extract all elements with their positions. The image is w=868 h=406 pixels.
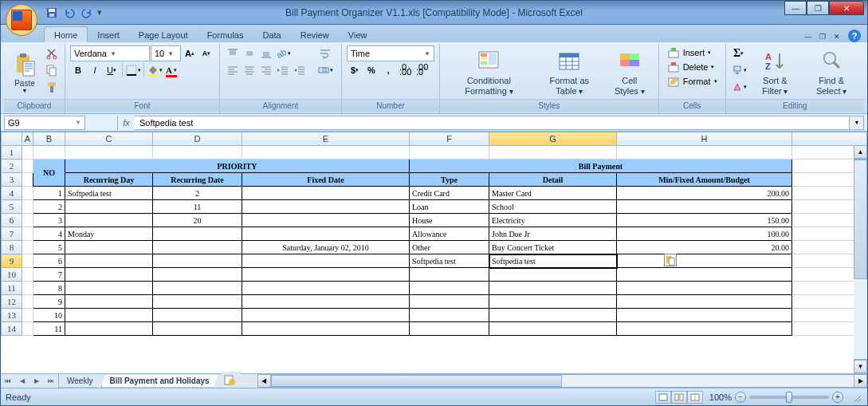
cut-button[interactable] [44, 45, 60, 61]
italic-button[interactable]: I [87, 62, 103, 78]
tab-view[interactable]: View [339, 27, 377, 42]
merge-center-button[interactable]: a▾ [314, 62, 336, 78]
row-header-9[interactable]: 9 [2, 254, 22, 268]
formula-expand-button[interactable]: ▾ [850, 116, 864, 130]
name-box[interactable]: G9▼ [4, 116, 85, 130]
format-as-table-button[interactable]: Format as Table ▾ [536, 45, 603, 99]
cell-G6[interactable]: Electricity [489, 214, 617, 227]
zoom-in-button[interactable]: + [832, 392, 843, 403]
autosum-button[interactable]: Σ▾ [731, 45, 747, 61]
font-color-button[interactable]: A▾ [163, 62, 179, 78]
conditional-formatting-button[interactable]: Conditional Formatting ▾ [445, 45, 533, 99]
row-header-6[interactable]: 6 [2, 214, 22, 227]
align-top-button[interactable] [225, 45, 241, 61]
col-header-D[interactable]: D [153, 132, 242, 146]
cell-G4[interactable]: Master Card [489, 187, 617, 200]
cell-G14[interactable] [489, 322, 617, 336]
format-cells-button[interactable]: Format▾ [664, 74, 721, 89]
mdi-restore-icon[interactable]: ❐ [816, 31, 829, 42]
redo-icon[interactable] [79, 5, 95, 21]
col-header-F[interactable]: F [410, 132, 489, 146]
cell-G10[interactable] [489, 268, 617, 282]
tab-page-layout[interactable]: Page Layout [129, 27, 198, 42]
office-button[interactable] [6, 4, 37, 36]
help-icon[interactable]: ? [848, 30, 861, 42]
fill-button[interactable]: ▾ [731, 62, 747, 78]
tab-review[interactable]: Review [291, 27, 339, 42]
cell-G8[interactable]: Buy Concert Ticket [489, 241, 617, 254]
align-center-button[interactable] [242, 62, 257, 78]
shrink-font-button[interactable]: A▾ [198, 45, 214, 61]
zoom-out-button[interactable]: − [735, 392, 746, 403]
mdi-close-icon[interactable]: ✕ [831, 31, 843, 42]
insert-cells-button[interactable]: Insert▾ [664, 45, 721, 60]
zoom-percent[interactable]: 100% [709, 392, 732, 402]
cell-G11[interactable] [489, 282, 617, 295]
row-header-2[interactable]: 2 [2, 160, 22, 173]
wrap-text-button[interactable] [314, 45, 336, 61]
page-layout-view-button[interactable] [671, 391, 687, 404]
tab-nav-next[interactable]: ▶ [29, 374, 44, 388]
resize-grip[interactable] [850, 391, 862, 404]
accounting-format-button[interactable]: $▾ [347, 62, 363, 78]
col-header-A[interactable]: A [22, 132, 33, 146]
number-format-combo[interactable]: Time▼ [347, 45, 434, 61]
format-painter-button[interactable] [44, 79, 60, 95]
tab-nav-prev[interactable]: ◀ [15, 374, 29, 388]
tab-nav-last[interactable]: ⏭ [44, 374, 58, 388]
font-size-combo[interactable]: 10▼ [151, 45, 181, 61]
borders-button[interactable]: ▾ [125, 62, 141, 78]
decrease-decimal-button[interactable]: .00.0 [414, 62, 430, 78]
tab-insert[interactable]: Insert [88, 27, 129, 42]
page-break-view-button[interactable] [687, 391, 703, 404]
row-header-13[interactable]: 13 [2, 309, 22, 322]
maximize-button[interactable]: ❐ [807, 1, 829, 15]
orientation-button[interactable]: ab▾ [275, 45, 291, 61]
scroll-left-button[interactable]: ◀ [257, 374, 271, 388]
row-header-14[interactable]: 14 [2, 322, 22, 336]
fill-color-button[interactable]: ▾ [147, 62, 163, 78]
col-header-G[interactable]: G [489, 132, 617, 146]
row-header-11[interactable]: 11 [2, 282, 22, 295]
new-sheet-tab[interactable] [218, 372, 242, 388]
percent-format-button[interactable]: % [363, 62, 379, 78]
row-header-1[interactable]: 1 [2, 146, 22, 160]
tab-home[interactable]: Home [44, 26, 88, 42]
normal-view-button[interactable] [655, 391, 671, 404]
comma-format-button[interactable]: , [380, 62, 396, 78]
zoom-slider[interactable] [749, 396, 829, 399]
increase-decimal-button[interactable]: .0.00 [397, 62, 413, 78]
scroll-right-button[interactable]: ▶ [854, 374, 867, 388]
underline-button[interactable]: U▾ [104, 62, 120, 78]
formula-input[interactable]: Softpedia test [135, 116, 850, 130]
spreadsheet-grid[interactable]: ABCDEFGH12NOPRIORITYBill Payment3Recurri… [1, 132, 867, 373]
undo-icon[interactable] [61, 5, 77, 21]
minimize-button[interactable]: — [784, 1, 807, 15]
align-left-button[interactable] [225, 62, 241, 78]
row-header-7[interactable]: 7 [2, 227, 22, 241]
row-header-5[interactable]: 5 [2, 200, 22, 214]
cell-G5[interactable]: School [489, 200, 617, 214]
paste-button[interactable]: Paste ▼ [9, 45, 41, 99]
scroll-down-button[interactable]: ▼ [854, 360, 867, 373]
cell-G9[interactable]: Softpedia test [489, 254, 617, 268]
clear-button[interactable]: ▾ [731, 79, 747, 95]
font-name-combo[interactable]: Verdana▼ [70, 45, 150, 61]
horizontal-scrollbar[interactable]: ◀ ▶ [257, 374, 867, 388]
row-header-10[interactable]: 10 [2, 268, 22, 282]
decrease-indent-button[interactable] [275, 62, 291, 78]
col-header-H[interactable]: H [617, 132, 792, 146]
sort-filter-button[interactable]: AZ Sort & Filter ▾ [750, 45, 801, 99]
row-header-12[interactable]: 12 [2, 295, 22, 309]
qat-dropdown-icon[interactable]: ▾ [96, 5, 103, 21]
paste-options-tag[interactable] [664, 254, 677, 266]
delete-cells-button[interactable]: Delete▾ [664, 60, 721, 74]
vertical-scrollbar[interactable]: ▲ ▼ [854, 145, 867, 373]
row-header-3[interactable]: 3 [2, 173, 22, 187]
tab-formulas[interactable]: Formulas [198, 27, 253, 42]
cell-G7[interactable]: John Doe Jr [489, 227, 617, 241]
col-header-B[interactable]: B [33, 132, 65, 146]
align-right-button[interactable] [258, 62, 274, 78]
row-header-4[interactable]: 4 [2, 187, 22, 200]
grow-font-button[interactable]: A▴ [182, 45, 198, 61]
